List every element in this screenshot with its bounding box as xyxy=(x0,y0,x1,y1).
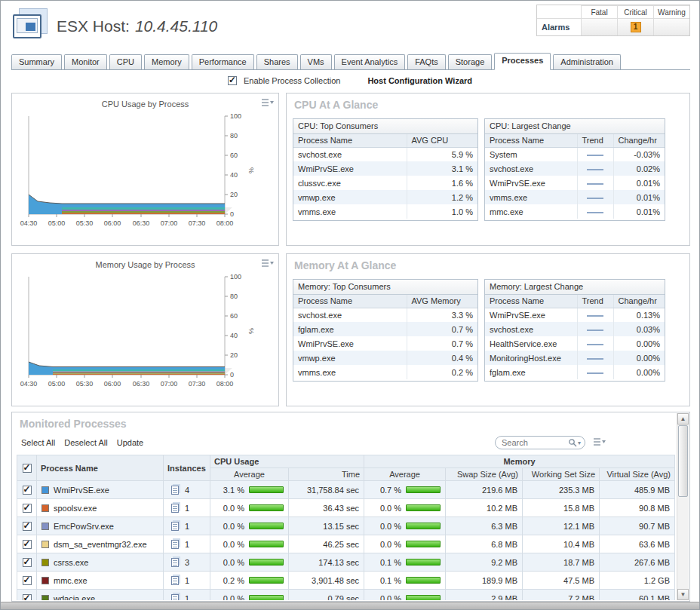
table-row[interactable]: vmwp.exe0.4 % xyxy=(293,351,477,365)
column-header-avg-cpu[interactable]: AVG CPU xyxy=(407,134,477,147)
instances-count: 1 xyxy=(185,504,189,513)
tab-cpu[interactable]: CPU xyxy=(109,54,142,69)
table-row[interactable]: vmms.exe0.01% xyxy=(485,190,665,204)
column-header-virtual-size[interactable]: Virtual Size (Avg) xyxy=(600,468,675,481)
host-configuration-wizard-link[interactable]: Host Configuration Wizard xyxy=(367,76,472,85)
column-header-process-name[interactable]: Process Name xyxy=(485,134,577,147)
search-options-caret-icon[interactable]: ▾ xyxy=(578,440,581,446)
column-header-process-name[interactable]: Process Name xyxy=(293,295,407,308)
process-name: mmc.exe xyxy=(54,576,88,585)
chart-options-icon[interactable] xyxy=(261,98,274,107)
table-row[interactable]: MonitoringHost.exe0.00% xyxy=(485,351,665,365)
enable-process-collection[interactable]: Enable Process Collection xyxy=(228,76,340,85)
tab-shares[interactable]: Shares xyxy=(256,54,298,69)
tab-memory[interactable]: Memory xyxy=(144,54,189,69)
column-header-instances[interactable]: Instances xyxy=(164,455,210,481)
cpu-average-value: 0.0 % xyxy=(219,504,244,513)
tab-vms[interactable]: VMs xyxy=(300,54,332,69)
alarms-critical-cell[interactable]: 1 xyxy=(617,18,653,35)
row-checkbox[interactable] xyxy=(23,558,32,567)
table-row[interactable]: WmiPrvSE.exe0.01% xyxy=(485,176,665,190)
select-all-link[interactable]: Select All xyxy=(21,438,55,447)
table-row[interactable]: svchost.exe3.3 % xyxy=(293,308,477,322)
table-row[interactable]: System-0.03% xyxy=(485,147,665,161)
column-header-cpu-average[interactable]: Average xyxy=(210,468,289,481)
enable-process-collection-checkbox[interactable] xyxy=(228,76,237,85)
tab-monitor[interactable]: Monitor xyxy=(64,54,107,69)
scroll-down-button[interactable]: ▼ xyxy=(677,589,689,600)
table-row[interactable]: vmms.exe1.0 % xyxy=(293,204,477,219)
row-checkbox[interactable] xyxy=(23,504,32,513)
row-checkbox[interactable] xyxy=(23,576,32,585)
process-row[interactable]: csrss.exe 3 0.0 % 174.13 sec 0.1 % 9.2 M… xyxy=(17,553,675,572)
column-header-working-set[interactable]: Working Set Size xyxy=(523,468,600,481)
search-box[interactable]: ▾ xyxy=(495,436,585,449)
process-row[interactable]: WmiPrvSE.exe 4 3.1 % 31,758.84 sec 0.7 %… xyxy=(17,481,675,499)
tab-summary[interactable]: Summary xyxy=(11,54,62,69)
scroll-up-button[interactable]: ▲ xyxy=(677,413,689,425)
alarms-fatal-cell[interactable] xyxy=(581,18,617,35)
y-tick: 100 xyxy=(230,273,241,280)
column-header-process-name[interactable]: Process Name xyxy=(37,455,164,481)
tab-performance[interactable]: Performance xyxy=(192,54,254,69)
column-header-time[interactable]: Time xyxy=(289,468,364,481)
update-link[interactable]: Update xyxy=(117,438,143,447)
alarms-warning-cell[interactable] xyxy=(653,18,689,35)
column-header-change-hr[interactable]: Change/hr xyxy=(613,295,665,308)
scrollbar-thumb[interactable] xyxy=(678,425,688,497)
table-row[interactable]: WmiPrvSE.exe3.1 % xyxy=(293,161,477,176)
tab-event-analytics[interactable]: Event Analytics xyxy=(334,54,406,69)
table-row[interactable]: fglam.exe0.7 % xyxy=(293,322,477,336)
chart-options-icon[interactable] xyxy=(261,259,274,268)
tab-storage[interactable]: Storage xyxy=(448,54,493,69)
column-header-trend[interactable]: Trend xyxy=(577,295,613,308)
memory-top-consumers-panel: Memory: Top Consumers Process Name AVG M… xyxy=(293,279,478,382)
cpu-at-a-glance-panel: CPU At A Glance CPU: Top Consumers Proce… xyxy=(286,93,690,246)
row-checkbox[interactable] xyxy=(23,486,32,495)
row-checkbox[interactable] xyxy=(23,594,32,601)
select-all-checkbox[interactable] xyxy=(23,464,32,473)
table-row[interactable]: svchost.exe0.03% xyxy=(485,322,665,336)
cpu-usage-bar xyxy=(249,577,284,584)
table-row[interactable]: WmiPrvSE.exe0.7 % xyxy=(293,336,477,351)
tab-processes[interactable]: Processes xyxy=(494,53,551,70)
process-row[interactable]: spoolsv.exe 1 0.0 % 36.43 sec 0.0 % 10.2… xyxy=(17,499,675,517)
cpu-average-value: 0.0 % xyxy=(219,558,244,567)
table-row[interactable]: vmms.exe0.2 % xyxy=(293,365,477,379)
column-header-swap-size[interactable]: Swap Size (Avg) xyxy=(446,468,523,481)
process-row[interactable]: mmc.exe 1 0.2 % 3,901.48 sec 0.1 % 189.9… xyxy=(17,572,675,590)
column-header-avg-memory[interactable]: AVG Memory xyxy=(407,295,477,308)
esx-host-icon xyxy=(13,8,49,40)
table-row[interactable]: WmiPrvSE.exe0.13% xyxy=(485,308,665,322)
table-row[interactable]: HealthService.exe0.00% xyxy=(485,336,665,351)
row-checkbox[interactable] xyxy=(23,522,32,531)
table-row[interactable]: vmwp.exe1.2 % xyxy=(293,190,477,204)
process-name: WmiPrvSE.exe xyxy=(485,176,577,190)
process-row[interactable]: wdacia.exe 1 0.0 % 0.79 sec 0.0 % 2.9 MB… xyxy=(17,590,675,601)
column-header-memory-average[interactable]: Average xyxy=(364,468,446,481)
row-checkbox[interactable] xyxy=(23,540,32,549)
table-options-icon[interactable] xyxy=(593,437,606,446)
memory-at-a-glance-panel: Memory At A Glance Memory: Top Consumers… xyxy=(286,253,690,406)
process-name: fglam.exe xyxy=(485,365,577,379)
column-header-change-hr[interactable]: Change/hr xyxy=(613,134,665,147)
search-icon[interactable] xyxy=(568,438,577,447)
x-tick: 04:30 xyxy=(20,380,38,388)
process-row[interactable]: EmcPowSrv.exe 1 0.0 % 13.15 sec 0.0 % 6.… xyxy=(17,517,675,535)
column-header-trend[interactable]: Trend xyxy=(577,134,613,147)
column-header-process-name[interactable]: Process Name xyxy=(485,295,577,308)
table-row[interactable]: svchost.exe0.02% xyxy=(485,161,665,176)
process-row[interactable]: dsm_sa_eventmgr32.exe 1 0.0 % 46.25 sec … xyxy=(17,535,675,553)
search-input[interactable] xyxy=(502,438,568,447)
vertical-scrollbar[interactable]: ▲ ▼ xyxy=(677,413,689,600)
table-row[interactable]: fglam.exe0.00% xyxy=(485,365,665,379)
table-row[interactable]: clussvc.exe1.6 % xyxy=(293,176,477,190)
tab-administration[interactable]: Administration xyxy=(553,54,621,69)
table-row[interactable]: mmc.exe0.01% xyxy=(485,204,665,219)
tab-faqts[interactable]: FAQts xyxy=(407,54,446,69)
table-row[interactable]: svchost.exe5.9 % xyxy=(293,147,477,161)
deselect-all-link[interactable]: Deselect All xyxy=(64,438,107,447)
trend-sparkline xyxy=(587,344,603,345)
critical-count-badge[interactable]: 1 xyxy=(631,22,641,32)
column-header-process-name[interactable]: Process Name xyxy=(293,134,407,147)
